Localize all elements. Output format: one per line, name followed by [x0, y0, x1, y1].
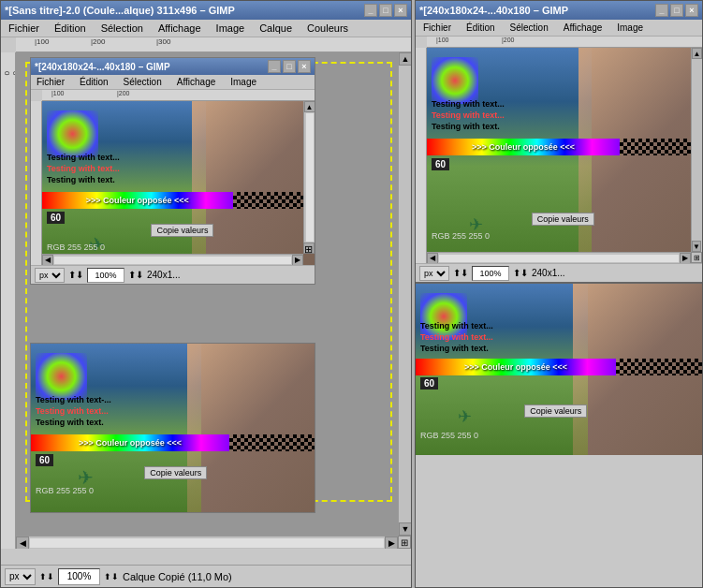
right-scrollbar-h-top[interactable]: ◀ ▶ — [427, 252, 691, 263]
main-scrollbar-v[interactable]: ▲ ▼ — [398, 52, 411, 536]
main-scroll-down[interactable]: ▼ — [399, 522, 411, 536]
img-text-2-bottom: Testing with text... — [36, 406, 109, 416]
right-text-3-bottom: Testing with text. — [420, 344, 489, 353]
inner-size-top: 240x1... — [147, 270, 181, 280]
inner-zoom-top[interactable] — [87, 268, 124, 283]
maximize-button[interactable]: □ — [379, 4, 392, 17]
right-menu-image[interactable]: Image — [613, 22, 647, 34]
main-canvas[interactable]: *[240x180x24-...40x180 – GIMP _ □ × Fich… — [16, 52, 411, 549]
right-ruler-v-top — [416, 48, 427, 263]
right-image-bottom[interactable]: Testing with text... Testing with text..… — [416, 282, 702, 455]
inner-unit-arrows-top: ⬆⬇ — [68, 270, 83, 280]
close-button[interactable]: × — [394, 4, 407, 17]
right-scroll-down-top[interactable]: ▼ — [692, 241, 701, 252]
scroll-right-top[interactable]: ▶ — [292, 255, 303, 266]
right-copy-bottom[interactable]: Copie valeurs — [524, 404, 587, 418]
inner-menu-edition-top[interactable]: Édition — [76, 76, 112, 88]
menu-affichage[interactable]: Affichage — [154, 22, 205, 35]
menu-calque[interactable]: Calque — [256, 22, 296, 35]
checkerboard-bottom — [229, 434, 315, 451]
scroll-up-top[interactable]: ▲ — [304, 101, 315, 112]
inner-status-top: px ⬆⬇ ⬆⬇ 240x1... — [31, 265, 315, 284]
colorbar-text-bottom: >>> Couleur opposée <<< — [79, 438, 182, 448]
right-scrollbar-v-top[interactable]: ▲ ▼ — [691, 48, 702, 252]
right-menu-bar: Fichier Édition Sélection Affichage Imag… — [416, 20, 702, 37]
inner-min-top[interactable]: _ — [268, 60, 281, 73]
scroll-corner-top: ⊞ — [303, 243, 315, 254]
inner-menu-fichier-top[interactable]: Fichier — [33, 76, 68, 88]
main-ruler-h: |100 |200 |300 — [16, 37, 411, 52]
inner-max-top[interactable]: □ — [283, 60, 296, 73]
right-unit-top[interactable]: px — [419, 266, 449, 281]
right-scroll-up-top[interactable]: ▲ — [692, 48, 702, 59]
scrollbar-h-inner-top[interactable]: ◀ ▶ — [42, 254, 303, 265]
main-menu-bar: Fichier Édition Sélection Affichage Imag… — [1, 20, 411, 37]
main-scroll-left[interactable]: ◀ — [16, 537, 29, 550]
main-ruler-v: |100|200|300|400 — [1, 52, 16, 549]
inner-menu-top: Fichier Édition Sélection Affichage Imag… — [31, 75, 315, 90]
main-unit-arrows: ⬆⬇ — [39, 572, 54, 581]
main-canvas-area: |100|200|300|400 *[240x180x24-...40x180 … — [1, 52, 411, 549]
right-rgb-bottom: RGB 255 255 0 — [420, 431, 478, 440]
right-text-1-top: Testing with text... — [432, 99, 505, 109]
right-canvas-top: Testing with text... Testing with text..… — [416, 48, 702, 263]
menu-selection[interactable]: Sélection — [97, 22, 147, 35]
scroll-cross: ⊞ — [398, 536, 411, 549]
right-colorbar-text-bottom: >>> Couleur opposée <<< — [464, 362, 567, 372]
inner-window-bottom: Testing with text-... Testing with text.… — [30, 343, 315, 513]
img-text-1-top: Testing with text... — [47, 153, 120, 162]
menu-edition[interactable]: Édition — [51, 22, 90, 35]
main-scroll-up[interactable]: ▲ — [399, 52, 411, 66]
img-text-3-top: Testing with text. — [47, 175, 115, 184]
right-menu-selection[interactable]: Sélection — [506, 22, 552, 34]
right-value-bottom: 60 — [420, 377, 438, 390]
main-zoom-arrows: ⬆⬇ — [104, 572, 119, 581]
inner-menu-selection-top[interactable]: Sélection — [120, 76, 166, 88]
right-menu-fichier[interactable]: Fichier — [419, 22, 455, 34]
right-colorbar-text-top: >>> Couleur opposée <<< — [472, 142, 575, 152]
right-scroll-right-top[interactable]: ▶ — [680, 253, 691, 264]
right-zoom-top[interactable] — [472, 266, 509, 281]
copy-values-bottom[interactable]: Copie valeurs — [144, 466, 207, 479]
menu-fichier[interactable]: Fichier — [5, 22, 43, 35]
right-airplane-bottom: ✈ — [458, 406, 472, 427]
right-max[interactable]: □ — [670, 4, 683, 17]
right-text-2-bottom: Testing with text... — [420, 332, 493, 342]
inner-close-top[interactable]: × — [298, 60, 311, 73]
inner-image-bottom[interactable]: Testing with text-... Testing with text.… — [31, 344, 315, 512]
main-scrollbar-h[interactable]: ◀ ▶ — [16, 536, 398, 549]
inner-title-top: *[240x180x24-...40x180 – GIMP _ □ × — [31, 58, 315, 75]
right-image-top[interactable]: Testing with text... Testing with text..… — [427, 48, 702, 263]
main-window: *[Sans titre]-2.0 (Coule...alque) 311x49… — [0, 0, 412, 588]
right-menu-edition[interactable]: Édition — [462, 22, 499, 34]
right-menu-affichage[interactable]: Affichage — [560, 22, 607, 34]
color-blob-top — [47, 110, 98, 157]
colorbar-top: >>> Couleur opposée <<< — [42, 192, 233, 209]
inner-menu-affichage-top[interactable]: Affichage — [173, 76, 220, 88]
menu-couleurs[interactable]: Couleurs — [303, 22, 352, 35]
menu-image[interactable]: Image — [212, 22, 249, 35]
colorbar-bottom: >>> Couleur opposée <<< — [31, 434, 229, 451]
right-min[interactable]: _ — [655, 4, 668, 17]
inner-menu-image-top[interactable]: Image — [227, 76, 260, 88]
right-window: *[240x180x24-...40x180 – GIMP _ □ × Fich… — [415, 0, 703, 588]
copy-values-top[interactable]: Copie valeurs — [151, 224, 213, 237]
right-status-top: px ⬆⬇ ⬆⬇ 240x1... — [416, 263, 702, 282]
scroll-left-top[interactable]: ◀ — [42, 255, 53, 266]
minimize-button[interactable]: _ — [364, 4, 377, 17]
inner-zoom-arrows-top: ⬆⬇ — [128, 270, 143, 280]
main-unit-select[interactable]: px — [5, 568, 36, 585]
scroll-track-v-top — [306, 113, 314, 242]
right-scroll-left-top[interactable]: ◀ — [427, 253, 438, 264]
main-scroll-right[interactable]: ▶ — [385, 537, 398, 550]
right-copy-top[interactable]: Copie valeurs — [532, 213, 594, 226]
inner-unit-top[interactable]: px — [35, 268, 65, 283]
inner-image-top[interactable]: Testing with text... Testing with text..… — [42, 101, 315, 265]
inner-title-buttons-top: _ □ × — [268, 60, 311, 73]
main-zoom-input[interactable] — [58, 568, 100, 585]
main-title-bar: *[Sans titre]-2.0 (Coule...alque) 311x49… — [1, 1, 411, 20]
main-scroll-track-h — [30, 538, 384, 548]
right-close[interactable]: × — [685, 4, 698, 17]
right-zoom-arrows-top: ⬆⬇ — [513, 268, 528, 278]
scrollbar-v-inner-top[interactable]: ▲ ▼ ⊞ — [303, 101, 315, 254]
